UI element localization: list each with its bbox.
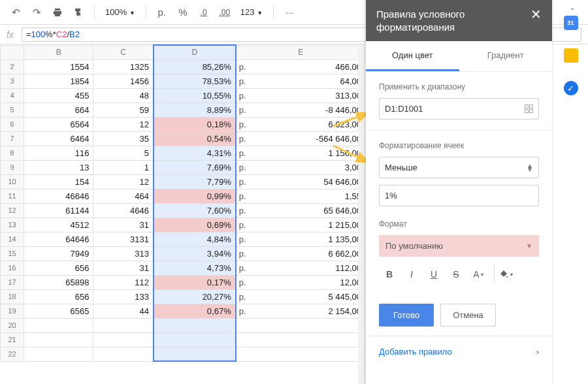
cell[interactable]: р.2 154,00 (236, 304, 366, 318)
tab-gradient[interactable]: Градиент (459, 41, 553, 71)
cell[interactable]: р.64,00 (236, 74, 366, 88)
percent-button[interactable]: % (174, 3, 192, 22)
add-rule-button[interactable]: Добавить правило › (366, 336, 552, 367)
cell[interactable] (154, 347, 236, 361)
cell[interactable]: 13 (24, 160, 93, 174)
cell[interactable]: 64646 (24, 232, 93, 246)
row-header[interactable]: 19 (1, 304, 24, 318)
cell[interactable]: р.1 156,00 (236, 146, 366, 160)
row-header[interactable]: 5 (1, 103, 24, 117)
cell[interactable] (154, 318, 236, 332)
dec-increase-button[interactable]: .00 (216, 3, 234, 22)
cell[interactable]: 12 (93, 117, 154, 131)
fill-color-button[interactable]: ▾ (494, 264, 515, 284)
done-button[interactable]: Готово (379, 304, 434, 327)
condition-value-input[interactable]: 1% (379, 185, 539, 206)
range-input[interactable]: D1:D1001 (379, 98, 539, 120)
cell[interactable]: 5 (93, 146, 154, 160)
col-header-c[interactable]: C (93, 45, 154, 59)
print-icon[interactable] (48, 3, 67, 22)
cell[interactable]: 59 (93, 103, 154, 117)
cell[interactable]: 0,18% (154, 117, 236, 131)
cell[interactable]: 0,69% (154, 217, 236, 232)
cell[interactable]: 31 (93, 217, 154, 232)
row-header[interactable]: 22 (1, 347, 24, 361)
cell[interactable]: 4646 (93, 203, 154, 217)
cell[interactable]: р.6 623,00 (236, 117, 366, 131)
cell[interactable]: 65898 (24, 275, 93, 289)
cell[interactable]: 20,27% (154, 289, 236, 304)
cell[interactable]: р.65 646,00 (236, 203, 366, 217)
cell[interactable]: 0,17% (154, 275, 236, 289)
cell[interactable]: 44 (93, 304, 154, 318)
tasks-icon[interactable]: ✓ (564, 81, 578, 95)
cell[interactable]: р.3,00 (236, 160, 366, 174)
cell[interactable]: 4,31% (154, 146, 236, 160)
cell[interactable]: 8,89% (154, 103, 236, 117)
row-header[interactable]: 4 (1, 88, 24, 103)
zoom-select[interactable]: 100% ▼ (101, 7, 139, 17)
row-header[interactable]: 12 (1, 203, 24, 217)
cell[interactable]: 35 (93, 131, 154, 146)
col-header-b[interactable]: B (24, 45, 93, 59)
row-header[interactable]: 2 (1, 59, 24, 74)
cell[interactable]: 12 (93, 174, 154, 189)
cell[interactable] (24, 332, 93, 347)
cell[interactable]: 313 (93, 246, 154, 261)
row-header[interactable]: 16 (1, 261, 24, 275)
row-header[interactable]: 3 (1, 74, 24, 88)
cell[interactable] (236, 318, 366, 332)
row-header[interactable]: 11 (1, 189, 24, 203)
cell[interactable]: 656 (24, 261, 93, 275)
col-header-d[interactable]: D (154, 45, 236, 59)
cell[interactable]: 7,79% (154, 174, 236, 189)
cell[interactable]: 4,73% (154, 261, 236, 275)
row-header[interactable]: 9 (1, 160, 24, 174)
cell[interactable] (93, 332, 154, 347)
cell[interactable]: 4512 (24, 217, 93, 232)
cell[interactable]: 664 (24, 103, 93, 117)
row-header[interactable]: 14 (1, 232, 24, 246)
strike-button[interactable]: S (446, 264, 466, 284)
condition-select[interactable]: Меньше ▲▼ (379, 157, 539, 178)
row-header[interactable]: 21 (1, 332, 24, 347)
paint-format-icon[interactable] (69, 3, 88, 22)
cell[interactable] (93, 318, 154, 332)
cell[interactable]: 1456 (93, 74, 154, 88)
row-header[interactable]: 20 (1, 318, 24, 332)
underline-button[interactable]: U (423, 264, 444, 284)
cell[interactable]: 78,53% (154, 74, 236, 88)
cell[interactable]: 6564 (24, 117, 93, 131)
row-header[interactable]: 13 (1, 217, 24, 232)
cell[interactable] (93, 347, 154, 361)
format-style-select[interactable]: По умолчанию ▼ (379, 235, 539, 257)
cell[interactable]: 7,60% (154, 203, 236, 217)
bold-button[interactable]: B (379, 264, 400, 284)
cell[interactable]: 656 (24, 289, 93, 304)
cell[interactable]: р.1 135,00 (236, 232, 366, 246)
cell[interactable]: 7,69% (154, 160, 236, 174)
cell[interactable]: 154 (24, 174, 93, 189)
cell[interactable]: р.-564 646,00 (236, 131, 366, 146)
cell[interactable]: 1854 (24, 74, 93, 88)
cell[interactable]: 6565 (24, 304, 93, 318)
cell[interactable]: р.54 646,00 (236, 174, 366, 189)
row-header[interactable]: 17 (1, 275, 24, 289)
cell[interactable]: 0,54% (154, 131, 236, 146)
cell[interactable]: 133 (93, 289, 154, 304)
row-header[interactable]: 6 (1, 117, 24, 131)
cell[interactable]: р.-8 446,00 (236, 103, 366, 117)
spreadsheet-grid[interactable]: B C D E 21554132585,26%р.466,00318541456… (0, 44, 366, 384)
more-button[interactable]: ··· (280, 3, 299, 22)
cell[interactable]: 6464 (24, 131, 93, 146)
cell[interactable]: 112 (93, 275, 154, 289)
row-header[interactable]: 18 (1, 289, 24, 304)
cell[interactable]: 1 (93, 160, 154, 174)
tab-single-color[interactable]: Один цвет (366, 41, 459, 71)
undo-icon[interactable]: ↶ (7, 3, 25, 22)
number-format-select[interactable]: 123 ▼ (237, 7, 267, 17)
cell[interactable]: р.6 662,00 (236, 246, 366, 261)
cell[interactable]: 4,84% (154, 232, 236, 246)
select-all-corner[interactable] (1, 45, 24, 59)
cell[interactable]: 7949 (24, 246, 93, 261)
